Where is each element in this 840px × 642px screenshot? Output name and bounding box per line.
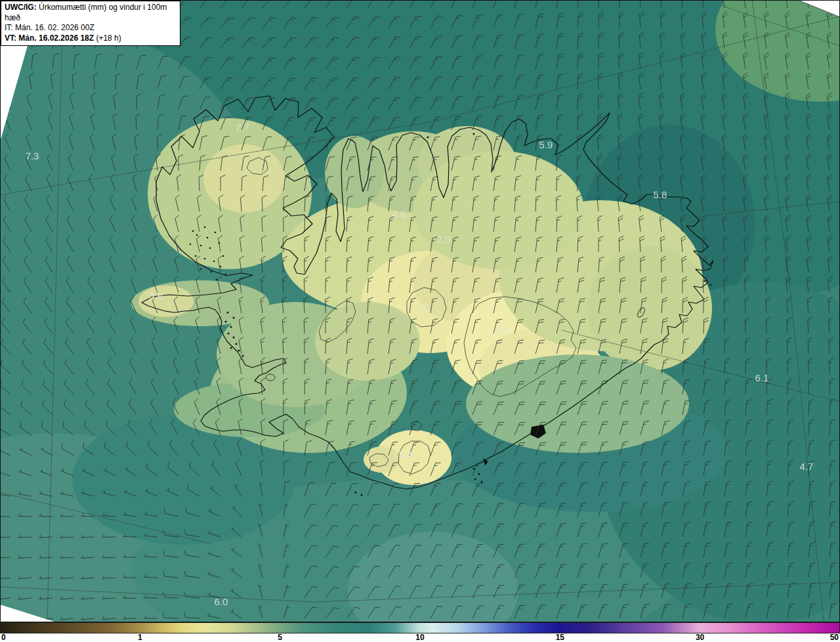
value-label: 0.9	[495, 324, 509, 335]
colorbar-tick-row: 01510153050	[0, 633, 840, 642]
value-label: 2.7	[236, 121, 250, 133]
valid-time-offset: (+18 h)	[94, 33, 121, 43]
value-label: 1.2	[416, 301, 430, 312]
colorbar-tick-label: 10	[415, 633, 424, 642]
value-label: 7.3	[26, 150, 39, 161]
value-label: 6.0	[215, 596, 228, 607]
value-label: 1.9	[398, 448, 412, 460]
weather-map: 7.32.75.95.84.62.01.20.93.61.96.14.76.0	[0, 0, 840, 622]
product-prefix: UWC/IG:	[5, 3, 37, 12]
weather-map-screen: 7.32.75.95.84.62.01.20.93.61.96.14.76.0 …	[0, 0, 840, 642]
product-title-line: UWC/IG: Úrkomumætti (mm) og vindur i 100…	[5, 3, 177, 23]
value-label: 5.8	[654, 189, 667, 200]
colorbar-tick-label: 5	[278, 633, 282, 642]
colorbar-tick-label: 0	[1, 633, 6, 642]
value-label: 4.6	[392, 209, 406, 220]
value-label: 3.6	[150, 290, 163, 301]
value-label: 2.0	[437, 234, 451, 245]
value-label: 6.1	[755, 372, 769, 383]
forecast-title-box: UWC/IG: Úrkomumætti (mm) og vindur i 100…	[1, 1, 180, 46]
colorbar-tick-label: 15	[556, 633, 564, 642]
colorbar-tick-label: 1	[138, 633, 142, 642]
value-label: 4.7	[800, 461, 814, 472]
colorbar-tick-label: 30	[696, 633, 704, 642]
valid-time-line: VT: Mán. 16.02.2026 18Z (+18 h)	[5, 33, 177, 44]
value-label: 5.9	[539, 139, 553, 150]
colorbar-tick-label: 50	[830, 633, 839, 642]
precipitation-colorbar: 01510153050	[0, 622, 840, 642]
valid-time: VT: Mán. 16.02.2026 18Z	[5, 33, 94, 43]
colorbar-gradient	[0, 622, 840, 633]
init-time-line: IT: Mán. 16. 02. 2026 00Z	[5, 23, 177, 33]
